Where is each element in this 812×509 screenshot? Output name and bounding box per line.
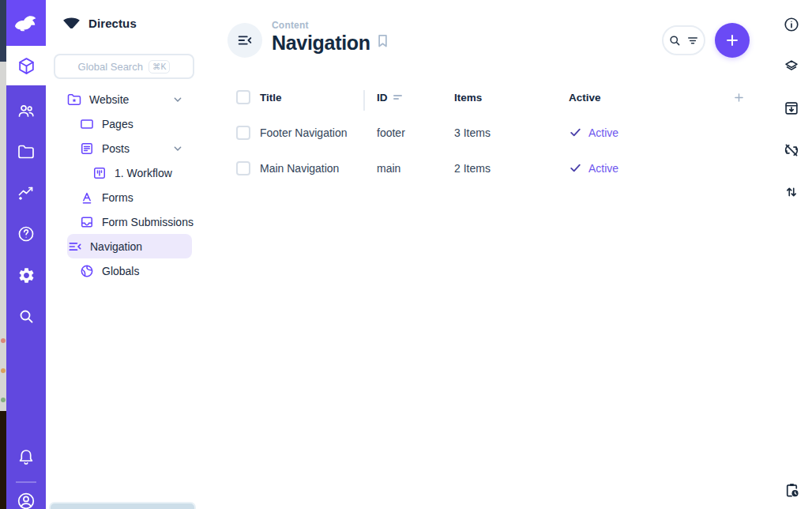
table-row[interactable]: Footer Navigation footer 3 Items Active bbox=[236, 115, 746, 150]
row-id: main bbox=[363, 162, 454, 175]
bookmark-button[interactable] bbox=[374, 32, 391, 49]
check-icon bbox=[569, 161, 582, 175]
sort-indicator-icon bbox=[393, 95, 402, 100]
row-active-cell: Active bbox=[569, 126, 731, 139]
items-table: Title ID Items Active Foo bbox=[197, 84, 770, 186]
info-sidebar-button[interactable] bbox=[774, 7, 809, 42]
row-checkbox[interactable] bbox=[236, 161, 250, 175]
nav-item-label: Navigation bbox=[90, 240, 142, 253]
add-column-button[interactable] bbox=[731, 91, 746, 104]
gear-icon bbox=[17, 266, 36, 285]
module-settings-button[interactable] bbox=[6, 254, 46, 296]
nav-item-form-submissions[interactable]: Form Submissions bbox=[79, 209, 192, 234]
nav-item-globals[interactable]: Globals bbox=[79, 258, 192, 283]
app-window: Directus Global Search ⌘K Website bbox=[0, 0, 812, 509]
module-files-button[interactable] bbox=[6, 131, 46, 172]
column-header-id[interactable]: ID bbox=[363, 92, 454, 104]
breadcrumb: Content bbox=[272, 20, 370, 31]
nav-item-website[interactable]: Website bbox=[66, 87, 192, 111]
nav-item-label: Posts bbox=[102, 142, 130, 155]
nav-item-navigation[interactable]: Navigation bbox=[67, 234, 192, 258]
module-bar-divider bbox=[16, 481, 36, 483]
row-title: Footer Navigation bbox=[260, 126, 363, 139]
layers-icon bbox=[783, 58, 800, 75]
archive-icon bbox=[783, 100, 800, 117]
archive-button[interactable] bbox=[774, 91, 809, 126]
project-name: Directus bbox=[88, 17, 137, 30]
column-header-title[interactable]: Title bbox=[260, 92, 363, 104]
global-search-input[interactable]: Global Search ⌘K bbox=[54, 54, 194, 79]
notifications-button[interactable] bbox=[6, 439, 46, 474]
status-badge: Active bbox=[588, 126, 618, 139]
backdrop-segment bbox=[0, 0, 6, 62]
module-help-button[interactable] bbox=[6, 213, 46, 254]
module-bar bbox=[6, 0, 46, 509]
menu-open-icon bbox=[236, 32, 254, 49]
layout-options-button[interactable] bbox=[774, 49, 809, 84]
desktop-backdrop-sliver bbox=[0, 0, 6, 509]
add-item-button[interactable] bbox=[715, 23, 750, 58]
nav-item-posts[interactable]: Posts bbox=[79, 136, 192, 160]
module-insights-button[interactable] bbox=[6, 172, 46, 213]
nav-item-label: Website bbox=[89, 93, 129, 106]
column-header-active[interactable]: Active bbox=[569, 92, 731, 104]
module-content-button[interactable] bbox=[6, 46, 46, 85]
letter-a-icon bbox=[79, 190, 95, 205]
search-icon[interactable] bbox=[667, 33, 682, 47]
article-icon bbox=[79, 141, 95, 156]
column-header-items[interactable]: Items bbox=[454, 92, 569, 104]
module-search-button[interactable] bbox=[6, 296, 46, 337]
bell-icon bbox=[17, 447, 36, 466]
row-title: Main Navigation bbox=[260, 162, 363, 175]
module-list bbox=[6, 85, 46, 337]
bookmark-icon bbox=[374, 32, 391, 49]
row-checkbox[interactable] bbox=[236, 126, 250, 140]
filter-icon[interactable] bbox=[686, 33, 700, 47]
module-users-button[interactable] bbox=[6, 90, 46, 131]
user-avatar-button[interactable] bbox=[9, 484, 43, 509]
nav-item-label: Forms bbox=[102, 191, 133, 204]
status-badge: Active bbox=[588, 162, 618, 175]
title-block: Content Navigation bbox=[272, 20, 370, 55]
column-header-id-label: ID bbox=[377, 92, 388, 104]
nav-sidebar: Directus Global Search ⌘K Website bbox=[46, 0, 197, 509]
manual-sort-button[interactable] bbox=[774, 175, 809, 209]
status-popup-sliver bbox=[49, 502, 196, 509]
search-filter-pill bbox=[662, 25, 705, 55]
folder-icon bbox=[17, 142, 36, 161]
inbox-icon bbox=[79, 214, 95, 230]
project-logo-button[interactable] bbox=[6, 0, 46, 46]
sync-disabled-icon bbox=[783, 141, 800, 159]
rabbit-logo-icon bbox=[14, 13, 38, 33]
nav-item-forms[interactable]: Forms bbox=[79, 185, 192, 209]
nav-item-pages[interactable]: Pages bbox=[79, 111, 192, 136]
plus-icon bbox=[724, 32, 741, 49]
row-items: 3 Items bbox=[454, 126, 569, 139]
collection-icon-button[interactable] bbox=[227, 23, 262, 58]
keyboard-shortcut-badge: ⌘K bbox=[148, 60, 171, 74]
page-title: Navigation bbox=[272, 32, 370, 55]
row-items: 2 Items bbox=[454, 162, 569, 175]
nav-item-label: Form Submissions bbox=[102, 216, 194, 228]
globe-icon bbox=[79, 263, 95, 279]
right-sidebar bbox=[770, 0, 812, 509]
nav-item-label: Globals bbox=[102, 265, 139, 277]
chevron-down-icon[interactable] bbox=[171, 142, 184, 155]
help-icon bbox=[17, 224, 36, 243]
select-all-checkbox[interactable] bbox=[236, 90, 250, 104]
table-row[interactable]: Main Navigation main 2 Items Active bbox=[236, 150, 746, 186]
backdrop-dot bbox=[1, 338, 6, 343]
main-content: Content Navigation bbox=[197, 0, 770, 509]
chevron-down-icon[interactable] bbox=[171, 93, 184, 106]
row-id: footer bbox=[363, 126, 454, 139]
sync-disabled-button[interactable] bbox=[774, 133, 809, 168]
project-header[interactable]: Directus bbox=[46, 0, 197, 46]
nav-item-label: 1. Workflow bbox=[115, 167, 172, 179]
check-icon bbox=[569, 126, 582, 139]
chart-icon bbox=[17, 183, 36, 202]
row-active-cell: Active bbox=[569, 161, 731, 175]
info-icon bbox=[783, 16, 800, 33]
nav-item-workflow[interactable]: 1. Workflow bbox=[92, 160, 192, 185]
column-divider bbox=[363, 90, 365, 111]
pending-revisions-button[interactable] bbox=[774, 473, 809, 507]
